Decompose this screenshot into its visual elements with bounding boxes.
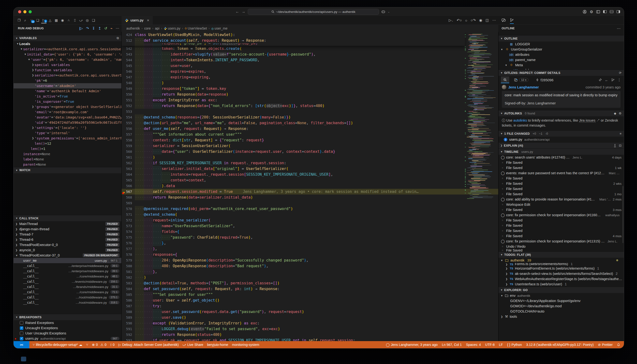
code-line[interactable]: 569 bbox=[122, 200, 498, 206]
comment-discussion-tab-icon[interactable] bbox=[502, 17, 506, 24]
gitlens-section-header[interactable]: ▼GITLENS: INSPECT: COMMIT DETAILS ⟳ bbox=[498, 70, 624, 76]
status-item[interactable]: ⊗0⚠0 bbox=[92, 343, 106, 346]
code-line[interactable]: 561········) bbox=[122, 154, 498, 160]
more-actions-icon[interactable]: ⋯ bbox=[492, 18, 496, 22]
status-item[interactable]: Spaces: 4 bbox=[466, 343, 481, 346]
variables-row[interactable]: len() = 12 bbox=[14, 141, 121, 146]
breakpoint-row[interactable]: Raised Exceptions bbox=[14, 320, 121, 326]
notifications-bell-icon[interactable] bbox=[617, 343, 620, 346]
remote-indicator[interactable]: >< bbox=[14, 341, 29, 348]
github-pr-icon[interactable]: ⑃ bbox=[66, 17, 71, 23]
variables-section-header[interactable]: ▼VARIABLES ⧉ bbox=[14, 35, 121, 41]
todo-file-row[interactable]: ❯TSForms.ts (web/src/elements/forms)1 bbox=[498, 263, 624, 266]
outline-row[interactable]: [@]attributes bbox=[498, 52, 624, 57]
explorer-go-row[interactable]: GOMOD=~/dev/authentik/go.mod bbox=[498, 304, 624, 309]
code-line[interactable]: 590········except (ValidationError, Inte… bbox=[122, 320, 498, 326]
debug-restart-icon[interactable]: ↺ bbox=[104, 26, 107, 30]
variables-row[interactable]: ▼serializer = <authentik.core.api.users.… bbox=[14, 46, 121, 52]
commit-author-row[interactable]: Jens Langhammer committed 3 years ago bbox=[498, 84, 624, 90]
variables-row[interactable]: ❯'groups' = <generator object UserSelfSe… bbox=[14, 104, 121, 110]
remote-explorer-icon[interactable]: ❏ bbox=[35, 17, 40, 23]
timeline-section-header[interactable]: ▼TIMELINE users.py bbox=[498, 148, 624, 155]
code-line[interactable]: 578········responses={ bbox=[122, 252, 498, 258]
code-line[interactable]: 574············fields={ bbox=[122, 229, 498, 234]
code-line[interactable]: 556····def user_me(self, request: Reques… bbox=[122, 126, 498, 132]
variables-row[interactable]: 'name' = 'authentik Default Admin' bbox=[14, 88, 121, 94]
todo-file-row[interactable]: ❯TSak-search-select-view.ts (web/src/ele… bbox=[498, 271, 624, 276]
play-circle-icon[interactable]: ◎ bbox=[85, 17, 90, 23]
status-item[interactable]: monitoring-system bbox=[232, 343, 259, 346]
timeline-item[interactable]: ○Undo / Redo bbox=[498, 244, 624, 249]
timeline-item[interactable]: ○File Saved1 mo bbox=[498, 192, 624, 197]
status-item[interactable]: ◯Jens Langhammer, 3 years ago bbox=[386, 343, 438, 346]
pin-icon[interactable] bbox=[598, 78, 602, 82]
code-line[interactable]: 512····def service_account(self, request… bbox=[122, 38, 465, 44]
code-line[interactable]: 424class UserViewSet(UsedByMixin, ModelV… bbox=[122, 32, 465, 38]
code-line[interactable]: 551········except IntegrityError as exc: bbox=[122, 97, 498, 103]
code-line[interactable]: 560············data={"user": UserSelfSer… bbox=[122, 149, 498, 154]
view-as-list-icon[interactable]: ≡ bbox=[620, 132, 622, 136]
explorer-go-row[interactable]: GOENV=~/Library/Application Support/go/e… bbox=[498, 298, 624, 304]
breakpoint-checkbox[interactable] bbox=[20, 326, 23, 330]
todo-file-row[interactable]: ❯TSUserInterface.ts (web/src/user)1 bbox=[498, 282, 624, 287]
debug-step-out-icon[interactable]: ↥ bbox=[98, 26, 101, 30]
status-item[interactable]: ⟟0 bbox=[110, 343, 115, 347]
callstack-frame-row[interactable]: __call__…/root/middleware.py275:1 bbox=[14, 295, 121, 300]
todos-section-header[interactable]: ▼TODOS: FLAT (39) bbox=[498, 252, 624, 258]
breadcrumb-item[interactable]: ⟐ UserViewSet bbox=[185, 26, 207, 30]
code-line[interactable]: 563············serializer.initial_data["… bbox=[122, 166, 498, 172]
tab-close-icon[interactable]: ✕ bbox=[147, 18, 150, 22]
todo-file-row[interactable]: ❯TSWebAuthnAuthenticatorRegisterStage.ts… bbox=[498, 276, 624, 282]
copilot-icon[interactable] bbox=[381, 10, 385, 14]
debug-continue-icon[interactable]: |▷ bbox=[79, 26, 83, 30]
callstack-thread-row[interactable]: ❯ThreadPoolExecutor-0_0PAUSED bbox=[14, 242, 121, 248]
step-back-icon[interactable]: ↶○ bbox=[456, 18, 462, 22]
watch-section-header[interactable]: ▼WATCH bbox=[14, 167, 121, 173]
toggle-secondary-sidebar-icon[interactable] bbox=[616, 10, 620, 13]
variables-row[interactable]: instance = None bbox=[14, 151, 121, 156]
kebab-menu-icon[interactable]: ⋮ bbox=[618, 78, 621, 82]
todo-file-row[interactable]: ❯TSHorizontalFormElement.ts (web/src/ele… bbox=[498, 266, 624, 271]
code-line[interactable]: 549············response["token"] = token… bbox=[122, 86, 498, 92]
variables-row[interactable]: 'is_superuser' = True bbox=[14, 99, 121, 104]
variables-row[interactable]: ❯serializer = <authentik.core.api.users.… bbox=[14, 73, 121, 78]
code-line[interactable]: 565················context=context, bbox=[122, 177, 498, 183]
search-icon[interactable]: ⌕ bbox=[23, 17, 28, 23]
run-python-file-button[interactable]: ▷⌄ bbox=[449, 18, 453, 22]
breakpoint-row[interactable]: Uncaught Exceptions bbox=[14, 326, 121, 331]
code-line[interactable]: 573············name="UserPasswordSetSeri… bbox=[122, 223, 498, 229]
breakpoint-checkbox[interactable] bbox=[20, 337, 23, 340]
source-control-icon[interactable]: ⑂12 bbox=[29, 17, 34, 23]
breakpoint-row[interactable]: ●users.pyauthentik/core/api567 bbox=[14, 336, 121, 341]
timeline-item[interactable]: ○File Saved bbox=[498, 223, 624, 228]
explorer-go-row[interactable]: GOTOOLCHAIN=auto bbox=[498, 309, 624, 314]
refresh-icon[interactable]: ⟳ bbox=[619, 71, 622, 74]
code-line[interactable]: 571····@extend_schema( bbox=[122, 212, 498, 218]
panel-scrollbar[interactable] bbox=[622, 186, 624, 243]
minimap[interactable] bbox=[465, 32, 497, 208]
variables-row[interactable]: label = None bbox=[14, 156, 121, 162]
outline-row[interactable]: [@]parent_name bbox=[498, 57, 624, 62]
variables-row[interactable]: ❯'system_permissions' = ['access_admin_i… bbox=[14, 136, 121, 141]
callstack-frame-row[interactable]: __call__…/core/middleware.py48:1 bbox=[14, 274, 121, 279]
callstack-frame-row[interactable]: __call__…/root/middleware.py318:1 bbox=[14, 300, 121, 305]
code-line[interactable]: 554····@extend_schema(responses={200: Se… bbox=[122, 114, 498, 120]
timeline-item[interactable]: ○File Saved bbox=[498, 176, 624, 181]
debug-run-icon[interactable]: ◉ bbox=[479, 18, 482, 22]
code-line[interactable]: 555····@action(url_path="me", url_name="… bbox=[122, 120, 498, 126]
code-line[interactable]: 588············user.set_password(request… bbox=[122, 309, 498, 315]
run-and-debug-icon[interactable]: ▷1 bbox=[41, 17, 46, 23]
variables-row[interactable]: ▼Locals bbox=[14, 41, 121, 46]
code-line[interactable]: 567●➤········self.request.session.modifi… bbox=[122, 189, 498, 194]
variables-row[interactable]: 'is_active' = True bbox=[14, 94, 121, 99]
explorer-go-row[interactable]: ▼envauthentik bbox=[498, 293, 624, 298]
code-line[interactable]: 562········if SESSION_KEY_IMPERSONATE_US… bbox=[122, 160, 498, 166]
layout-customize-icon[interactable] bbox=[596, 10, 600, 13]
code-line[interactable]: 583····@action(detail=True, methods=["PO… bbox=[122, 280, 498, 286]
record-icon[interactable]: ○ bbox=[465, 18, 467, 22]
code-line[interactable]: 557········"""Get information about curr… bbox=[122, 132, 498, 137]
breakpoints-section-header[interactable]: ▼BREAKPOINTS bbox=[14, 314, 121, 320]
outline-section-header[interactable]: ▼OUTLINE bbox=[498, 35, 624, 42]
panel-more-icon[interactable]: ⋯ bbox=[617, 26, 620, 31]
minimize-window-button[interactable] bbox=[23, 10, 26, 13]
